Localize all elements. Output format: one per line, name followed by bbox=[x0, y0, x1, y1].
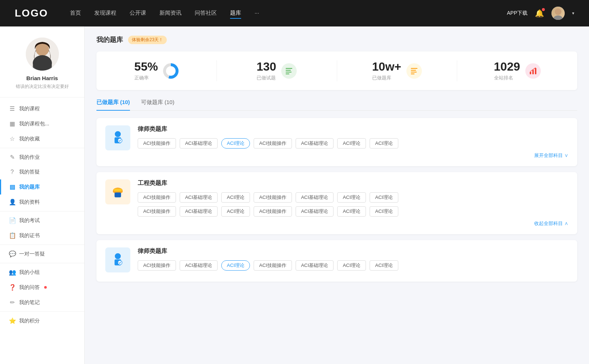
qbank-tag[interactable]: ACI技能操作 bbox=[254, 192, 292, 203]
nav-home[interactable]: 首页 bbox=[70, 8, 81, 19]
svg-rect-14 bbox=[530, 72, 531, 74]
nav-open-course[interactable]: 公开课 bbox=[130, 8, 146, 19]
notification-dot bbox=[542, 8, 545, 11]
sidebar-item-my-homework[interactable]: ✎ 我的作业 bbox=[0, 150, 84, 165]
qbank-tag[interactable]: ACI技能操作 bbox=[138, 260, 176, 271]
qbank-tag[interactable]: ACI理论 bbox=[221, 206, 250, 217]
page-layout: Brian Harris 错误的决定比没有决定要好 ☰ 我的课程 ▦ 我的课程包… bbox=[0, 26, 589, 364]
stat-done-banks-text: 10w+ 已做题库 bbox=[372, 60, 401, 81]
qbank-tag[interactable]: ACI理论 bbox=[370, 192, 398, 203]
stat-accuracy: 55% 正确率 bbox=[96, 60, 217, 81]
qbank-lawyer-1-info: 律师类题库 ACI技能操作 ACI基础理论 ACI理论 ACI技能操作 ACI基… bbox=[138, 125, 568, 159]
qbank-tag[interactable]: ACI理论 bbox=[337, 138, 366, 149]
tab-available-banks[interactable]: 可做题库 (10) bbox=[141, 99, 174, 110]
sidebar-item-my-exam[interactable]: 📄 我的考试 bbox=[0, 213, 84, 228]
stat-accuracy-text: 55% 正确率 bbox=[134, 60, 158, 81]
sidebar-item-my-notes[interactable]: ✏ 我的笔记 bbox=[0, 295, 84, 310]
qbank-lawyer-2-name: 律师类题库 bbox=[138, 247, 568, 255]
nav-qa[interactable]: 问答社区 bbox=[195, 8, 217, 19]
svg-point-5 bbox=[33, 55, 52, 71]
qbank-tag[interactable]: ACI基础理论 bbox=[180, 206, 218, 217]
qbank-tag[interactable]: ACI技能操作 bbox=[254, 138, 292, 149]
stat-done-questions-label: 已做试题 bbox=[257, 75, 276, 81]
navbar: LOGO 首页 发现课程 公开课 新闻资讯 问答社区 题库 ··· APP下载 … bbox=[0, 0, 589, 26]
qbank-tag[interactable]: ACI基础理论 bbox=[180, 260, 218, 271]
stat-done-questions: 130 已做试题 bbox=[217, 60, 337, 81]
qbank-tag[interactable]: ACI理论 bbox=[370, 260, 398, 271]
qbank-tag[interactable]: ACI基础理论 bbox=[180, 192, 218, 203]
svg-point-24 bbox=[115, 253, 121, 259]
svg-rect-9 bbox=[286, 74, 289, 74]
qbank-tag[interactable]: ACI基础理论 bbox=[180, 138, 218, 149]
nav-qbank[interactable]: 题库 bbox=[230, 8, 241, 19]
stat-done-questions-text: 130 已做试题 bbox=[257, 60, 276, 81]
qbank-tag[interactable]: ACI理论 bbox=[337, 192, 366, 203]
qbank-tag[interactable]: ACI技能操作 bbox=[254, 206, 292, 217]
exam-icon: 📄 bbox=[9, 217, 15, 224]
qbank-tag-active[interactable]: ACI理论 bbox=[221, 138, 250, 149]
sidebar-item-my-qbank[interactable]: ▤ 我的题库 bbox=[0, 179, 84, 195]
qbank-icon: ▤ bbox=[9, 183, 15, 190]
nav-more[interactable]: ··· bbox=[254, 8, 259, 19]
svg-rect-7 bbox=[286, 70, 291, 71]
sidebar-divider-2 bbox=[0, 211, 84, 211]
profile-icon: 👤 bbox=[9, 199, 15, 206]
svg-point-26 bbox=[118, 261, 122, 265]
sidebar-item-my-questions[interactable]: ? 我的答疑 bbox=[0, 165, 84, 179]
qbank-engineer-tags-row1: ACI技能操作 ACI基础理论 ACI理论 ACI技能操作 ACI基础理论 AC… bbox=[138, 192, 568, 203]
sidebar-label-my-notes: 我的笔记 bbox=[19, 299, 40, 306]
tab-done-banks[interactable]: 已做题库 (10) bbox=[96, 99, 130, 110]
qbank-tag[interactable]: ACI技能操作 bbox=[138, 138, 176, 149]
notification-bell-icon[interactable]: 🔔 bbox=[535, 9, 544, 18]
qbank-tag[interactable]: ACI技能操作 bbox=[138, 192, 176, 203]
qbank-tag[interactable]: ACI理论 bbox=[337, 206, 366, 217]
qbank-tag[interactable]: ACI基础理论 bbox=[296, 260, 334, 271]
qbank-engineer-expand[interactable]: 收起全部科目 ∧ bbox=[138, 220, 568, 227]
one-on-one-icon: 💬 bbox=[9, 250, 15, 257]
qbank-lawyer-1-tags: ACI技能操作 ACI基础理论 ACI理论 ACI技能操作 ACI基础理论 AC… bbox=[138, 138, 568, 149]
qbank-tag[interactable]: ACI理论 bbox=[221, 192, 250, 203]
stat-accuracy-value: 55% bbox=[134, 60, 158, 73]
sidebar-item-my-answers[interactable]: ❓ 我的问答 bbox=[0, 280, 84, 295]
qbank-card-lawyer-1: 律师类题库 ACI技能操作 ACI基础理论 ACI理论 ACI技能操作 ACI基… bbox=[96, 118, 577, 166]
group-icon: 👥 bbox=[9, 269, 15, 276]
sidebar-item-my-packages[interactable]: ▦ 我的课程包... bbox=[0, 116, 84, 131]
svg-rect-13 bbox=[411, 74, 415, 74]
svg-rect-16 bbox=[535, 68, 536, 74]
qbank-tag[interactable]: ACI基础理论 bbox=[296, 206, 334, 217]
qbank-engineer-info: 工程类题库 ACI技能操作 ACI基础理论 ACI理论 ACI技能操作 ACI基… bbox=[138, 179, 568, 227]
qbank-lawyer-2-info: 律师类题库 ACI技能操作 ACI基础理论 ACI理论 ACI技能操作 ACI基… bbox=[138, 247, 568, 274]
profile-name: Brian Harris bbox=[27, 75, 58, 81]
nav-news[interactable]: 新闻资讯 bbox=[159, 8, 181, 19]
qbank-tag[interactable]: ACI基础理论 bbox=[296, 138, 334, 149]
qbank-tag[interactable]: ACI技能操作 bbox=[138, 206, 176, 217]
svg-rect-12 bbox=[411, 72, 417, 72]
questions-icon: ? bbox=[9, 169, 15, 175]
sidebar-item-my-group[interactable]: 👥 我的小组 bbox=[0, 265, 84, 280]
sidebar-item-my-profile[interactable]: 👤 我的资料 bbox=[0, 195, 84, 210]
svg-rect-23 bbox=[114, 193, 121, 197]
sidebar-label-my-group: 我的小组 bbox=[19, 269, 40, 276]
sidebar-item-my-favorites[interactable]: ☆ 我的收藏 bbox=[0, 131, 84, 146]
points-icon: ⭐ bbox=[9, 317, 15, 324]
qbank-tag[interactable]: ACI基础理论 bbox=[296, 192, 334, 203]
navbar-dropdown-caret-icon[interactable]: ▾ bbox=[572, 11, 574, 16]
active-indicator bbox=[0, 179, 1, 195]
sidebar-item-my-courses[interactable]: ☰ 我的课程 bbox=[0, 101, 84, 116]
avatar[interactable] bbox=[551, 7, 565, 20]
qbank-tag[interactable]: ACI理论 bbox=[370, 138, 398, 149]
sidebar-label-my-packages: 我的课程包... bbox=[19, 121, 49, 127]
cert-icon: 📋 bbox=[9, 232, 15, 239]
sidebar-item-my-points[interactable]: ⭐ 我的积分 bbox=[0, 313, 84, 328]
qbank-tag[interactable]: ACI技能操作 bbox=[254, 260, 292, 271]
app-download-button[interactable]: APP下载 bbox=[507, 10, 528, 17]
qbank-tag-active[interactable]: ACI理论 bbox=[221, 260, 250, 271]
sidebar-item-one-on-one[interactable]: 💬 一对一答疑 bbox=[0, 246, 84, 261]
sidebar-label-my-courses: 我的课程 bbox=[19, 106, 40, 112]
qbank-lawyer-1-expand[interactable]: 展开全部科目 ∨ bbox=[138, 152, 568, 159]
qbank-card-engineer: 工程类题库 ACI技能操作 ACI基础理论 ACI理论 ACI技能操作 ACI基… bbox=[96, 172, 577, 234]
qbank-tag[interactable]: ACI理论 bbox=[370, 206, 398, 217]
qbank-tag[interactable]: ACI理论 bbox=[337, 260, 366, 271]
sidebar-item-my-cert[interactable]: 📋 我的证书 bbox=[0, 228, 84, 243]
nav-discover[interactable]: 发现课程 bbox=[94, 8, 116, 19]
